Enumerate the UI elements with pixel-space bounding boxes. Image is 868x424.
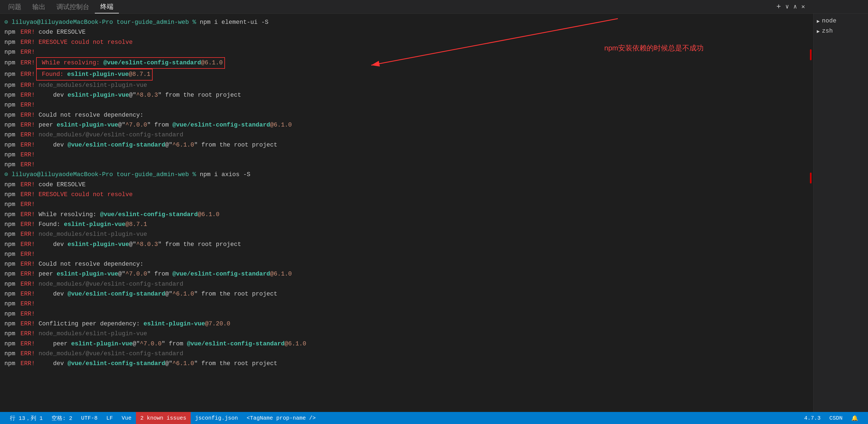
terminal-line: npm ERR! bbox=[4, 150, 809, 160]
terminal-line: npm ERR! Found: eslint-plugin-vue@8.7.1 bbox=[4, 69, 809, 80]
chevron-down-icon[interactable]: ∨ bbox=[785, 3, 789, 10]
terminal-line: npm ERR! Could not resolve dependency: bbox=[4, 110, 809, 120]
terminal-line: ⊙ liluyao@liluyaodeMacBook-Pro tour-guid… bbox=[4, 170, 809, 180]
terminal-line: npm ERR! node_modules/eslint-plugin-vue bbox=[4, 329, 809, 339]
terminal-zsh-label: zsh bbox=[822, 28, 833, 34]
terminal-line: npm ERR! Could not resolve dependency: bbox=[4, 259, 809, 269]
terminal-line: npm ERR! ERESOLVE could not resolve bbox=[4, 37, 809, 47]
status-version: 4.7.3 bbox=[800, 412, 825, 424]
add-terminal-button[interactable]: + bbox=[776, 2, 781, 11]
terminal-line: npm ERR! node_modules/@vue/eslint-config… bbox=[4, 130, 809, 140]
terminal-line: npm ERR! dev eslint-plugin-vue@"^8.0.3" … bbox=[4, 90, 809, 100]
terminal-line: npm ERR! While resolving: @vue/eslint-co… bbox=[4, 57, 809, 69]
status-line-ending[interactable]: LF bbox=[102, 412, 117, 424]
tab-output[interactable]: 输出 bbox=[27, 0, 51, 13]
status-csdn: CSDN bbox=[825, 412, 847, 424]
terminal-node-item[interactable]: ▶ node bbox=[813, 16, 868, 26]
terminal-line: npm ERR! node_modules/eslint-plugin-vue bbox=[4, 80, 809, 90]
status-bar: 行 13，列 1 空格: 2 UTF-8 LF Vue 2 known issu… bbox=[0, 412, 868, 424]
terminal-node-label: node bbox=[822, 18, 836, 24]
tab-problems[interactable]: 问题 bbox=[3, 0, 27, 13]
terminal-line: npm ERR! bbox=[4, 160, 809, 170]
notification-icon[interactable]: 🔔 bbox=[847, 412, 863, 424]
terminal-line: npm ERR! node_modules/@vue/eslint-config… bbox=[4, 349, 809, 359]
status-encoding[interactable]: UTF-8 bbox=[77, 412, 102, 424]
status-known-issues[interactable]: 2 known issues bbox=[136, 412, 191, 424]
terminal-line: npm ERR! bbox=[4, 309, 809, 319]
terminal-line: npm ERR! node_modules/eslint-plugin-vue bbox=[4, 230, 809, 239]
chevron-right-icon: ▶ bbox=[817, 28, 820, 34]
status-file[interactable]: jsconfig.json bbox=[191, 412, 242, 424]
status-spacing[interactable]: 空格: 2 bbox=[47, 412, 77, 424]
status-component[interactable]: <TagName prop-name /> bbox=[242, 412, 320, 424]
scrollbar-indicator-2 bbox=[810, 172, 811, 184]
terminal-line: npm ERR! bbox=[4, 200, 809, 209]
main-area: ⊙ liluyao@liluyaodeMacBook-Pro tour-guid… bbox=[0, 14, 868, 412]
chevron-right-icon: ▶ bbox=[817, 18, 820, 24]
terminal-zsh-item[interactable]: ▶ zsh bbox=[813, 26, 868, 36]
terminal-line: ⊙ liluyao@liluyaodeMacBook-Pro tour-guid… bbox=[4, 18, 809, 27]
terminal-line: npm ERR! bbox=[4, 299, 809, 309]
status-position[interactable]: 行 13，列 1 bbox=[5, 412, 47, 424]
terminal-line: npm ERR! bbox=[4, 250, 809, 259]
terminal-area[interactable]: ⊙ liluyao@liluyaodeMacBook-Pro tour-guid… bbox=[0, 14, 813, 412]
tab-bar: 问题 输出 调试控制台 终端 + ∨ ∧ ✕ bbox=[0, 0, 868, 14]
terminal-line: npm ERR! Conflicting peer dependency: es… bbox=[4, 319, 809, 329]
close-terminal-button[interactable]: ✕ bbox=[801, 3, 805, 10]
terminal-line: npm ERR! dev eslint-plugin-vue@"^8.0.3" … bbox=[4, 240, 809, 250]
terminal-line: npm ERR! peer eslint-plugin-vue@"^7.0.0"… bbox=[4, 339, 809, 349]
right-panel: ▶ node ▶ zsh bbox=[813, 14, 868, 412]
status-language[interactable]: Vue bbox=[117, 412, 136, 424]
tab-terminal[interactable]: 终端 bbox=[95, 0, 119, 13]
scrollbar-indicator-1 bbox=[810, 49, 811, 60]
terminal-line: npm ERR! bbox=[4, 100, 809, 110]
terminal-line: npm ERR! Found: eslint-plugin-vue@8.7.1 bbox=[4, 220, 809, 230]
terminal-line: npm ERR! bbox=[4, 47, 809, 57]
terminal-line: npm ERR! dev @vue/eslint-config-standard… bbox=[4, 289, 809, 299]
terminal-line: npm ERR! node_modules/@vue/eslint-config… bbox=[4, 280, 809, 289]
terminal-line: npm ERR! peer eslint-plugin-vue@"^7.0.0"… bbox=[4, 269, 809, 279]
chevron-up-icon[interactable]: ∧ bbox=[794, 3, 797, 10]
terminal-line: npm ERR! dev @vue/eslint-config-standard… bbox=[4, 359, 809, 369]
terminal-line: npm ERR! code ERESOLVE bbox=[4, 27, 809, 37]
terminal-line: npm ERR! code ERESOLVE bbox=[4, 180, 809, 190]
terminal-line: npm ERR! peer eslint-plugin-vue@"^7.0.0"… bbox=[4, 120, 809, 130]
terminal-line: npm ERR! While resolving: @vue/eslint-co… bbox=[4, 210, 809, 220]
terminal-line: npm ERR! dev @vue/eslint-config-standard… bbox=[4, 140, 809, 150]
terminal-line: npm ERR! ERESOLVE could not resolve bbox=[4, 190, 809, 200]
terminal-output: ⊙ liluyao@liluyaodeMacBook-Pro tour-guid… bbox=[0, 17, 813, 370]
tab-debug-console[interactable]: 调试控制台 bbox=[51, 0, 95, 13]
